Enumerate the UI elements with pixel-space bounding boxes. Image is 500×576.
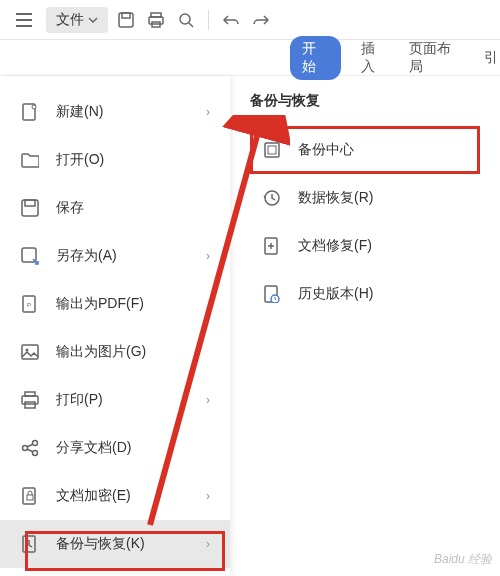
svg-rect-24 — [265, 143, 279, 157]
menu-label: 分享文档(D) — [56, 439, 210, 457]
submenu-backup: 备份与恢复 备份中心 数据恢复(R) 文档修复(F) 历史版本(H) — [230, 76, 500, 576]
toolbar: 文件 — [0, 0, 500, 40]
menu-save[interactable]: 保存 — [0, 184, 230, 232]
submenu-doc-repair[interactable]: 文档修复(F) — [250, 222, 480, 270]
menu-export-image[interactable]: 输出为图片(G) — [0, 328, 230, 376]
chevron-right-icon: › — [206, 537, 210, 551]
menu-save-as[interactable]: 另存为(A) › — [0, 232, 230, 280]
svg-rect-3 — [149, 17, 163, 24]
submenu-label: 历史版本(H) — [298, 285, 373, 303]
menu-label: 新建(N) — [56, 103, 190, 121]
submenu-history[interactable]: 历史版本(H) — [250, 270, 480, 318]
menu-label: 输出为图片(G) — [56, 343, 210, 361]
submenu-title: 备份与恢复 — [250, 92, 480, 110]
menu-encrypt[interactable]: 文档加密(E) › — [0, 472, 230, 520]
submenu-backup-center[interactable]: 备份中心 — [250, 126, 480, 174]
tab-more[interactable]: 引 — [482, 45, 500, 71]
redo-icon[interactable] — [249, 8, 273, 32]
pdf-icon: P — [20, 294, 40, 314]
chevron-right-icon: › — [206, 249, 210, 263]
menu-label: 打印(P) — [56, 391, 190, 409]
undo-icon[interactable] — [219, 8, 243, 32]
submenu-label: 数据恢复(R) — [298, 189, 373, 207]
chevron-down-icon — [88, 17, 98, 23]
menu-label: 保存 — [56, 199, 210, 217]
svg-rect-17 — [25, 402, 35, 408]
preview-icon[interactable] — [174, 8, 198, 32]
file-label: 文件 — [56, 11, 84, 29]
menu-label: 输出为PDF(F) — [56, 295, 210, 313]
menu-label: 打开(O) — [56, 151, 210, 169]
svg-rect-1 — [122, 13, 130, 18]
lock-icon — [20, 486, 40, 506]
menu-print[interactable]: 打印(P) › — [0, 376, 230, 424]
menu-label: 另存为(A) — [56, 247, 190, 265]
menu-share[interactable]: 分享文档(D) — [0, 424, 230, 472]
tab-insert[interactable]: 插入 — [359, 36, 390, 80]
svg-rect-0 — [119, 13, 133, 27]
repair-icon — [262, 236, 282, 256]
submenu-label: 备份中心 — [298, 141, 354, 159]
save-as-icon — [20, 246, 40, 266]
workspace: 新建(N) › 打开(O) 保存 另存为(A) › P 输出为PDF(F) 输出… — [0, 76, 500, 576]
menu-open[interactable]: 打开(O) — [0, 136, 230, 184]
svg-rect-25 — [268, 146, 276, 154]
submenu-data-recovery[interactable]: 数据恢复(R) — [250, 174, 480, 222]
svg-rect-22 — [27, 495, 33, 500]
chevron-right-icon: › — [206, 489, 210, 503]
save-icon[interactable] — [114, 8, 138, 32]
print-icon — [20, 390, 40, 410]
backup-center-icon — [262, 140, 282, 160]
submenu-label: 文档修复(F) — [298, 237, 372, 255]
svg-rect-9 — [25, 200, 35, 206]
svg-point-5 — [180, 14, 190, 24]
save-icon — [20, 198, 40, 218]
watermark: Baidu 经验 — [434, 551, 492, 568]
file-menu: 新建(N) › 打开(O) 保存 另存为(A) › P 输出为PDF(F) 输出… — [0, 76, 230, 576]
svg-text:P: P — [27, 302, 31, 308]
share-icon — [20, 438, 40, 458]
svg-rect-13 — [22, 345, 38, 359]
tab-layout[interactable]: 页面布局 — [407, 36, 464, 80]
recovery-icon — [262, 188, 282, 208]
backup-icon — [20, 534, 40, 554]
chevron-right-icon: › — [206, 393, 210, 407]
menu-button[interactable] — [8, 9, 40, 31]
menu-backup-restore[interactable]: 备份与恢复(K) › — [0, 520, 230, 568]
divider — [208, 10, 209, 30]
history-icon — [262, 284, 282, 304]
menu-new[interactable]: 新建(N) › — [0, 88, 230, 136]
svg-point-18 — [23, 446, 28, 451]
svg-point-19 — [33, 441, 38, 446]
menu-label: 备份与恢复(K) — [56, 535, 190, 553]
svg-point-7 — [32, 105, 36, 109]
menu-label: 文档加密(E) — [56, 487, 190, 505]
svg-point-20 — [33, 451, 38, 456]
image-icon — [20, 342, 40, 362]
folder-icon — [20, 150, 40, 170]
chevron-right-icon: › — [206, 105, 210, 119]
menu-export-pdf[interactable]: P 输出为PDF(F) — [0, 280, 230, 328]
new-icon — [20, 102, 40, 122]
ribbon-tabs: 开始 插入 页面布局 引 — [0, 40, 500, 76]
print-icon[interactable] — [144, 8, 168, 32]
tab-start[interactable]: 开始 — [290, 36, 341, 80]
file-menu-button[interactable]: 文件 — [46, 7, 108, 33]
